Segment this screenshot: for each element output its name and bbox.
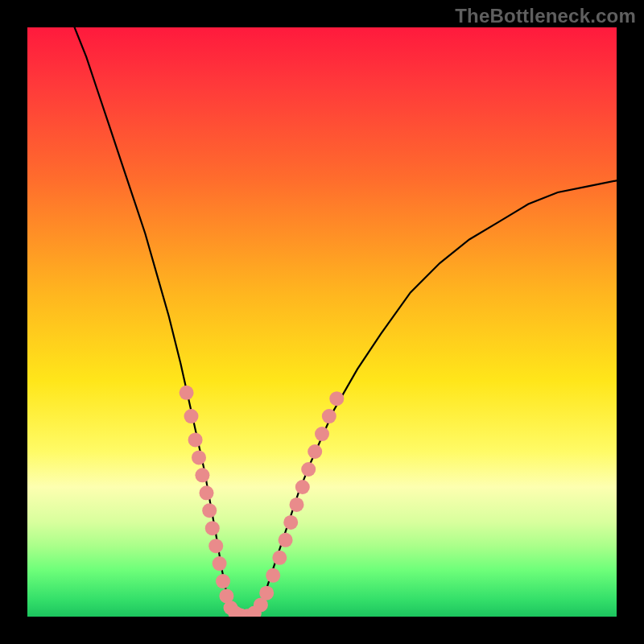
chart-frame: TheBottleneck.com [0,0,644,644]
watermark-label: TheBottleneck.com [455,5,636,27]
highlight-dot [188,432,203,447]
curve-svg [27,27,617,617]
highlight-dot [213,556,227,571]
bottleneck-curve [75,27,617,617]
highlight-dot [315,427,329,441]
highlight-dot [205,521,220,535]
highlight-dot [202,503,217,518]
highlight-dot [308,444,322,459]
highlight-dot [283,515,298,530]
highlight-dot [272,551,287,565]
plot-area [27,27,617,617]
highlight-dot [295,480,310,494]
highlight-dot [259,586,274,601]
highlight-dot [266,568,280,583]
highlight-dots [180,386,345,617]
highlight-dot [192,450,206,464]
highlight-dot [180,386,194,400]
highlight-dot [301,462,316,477]
highlight-dot [279,533,293,547]
highlight-dot [184,409,199,423]
highlight-dot [195,468,209,482]
highlight-dot [208,539,223,553]
highlight-dot [329,391,344,406]
highlight-dot [290,497,304,512]
highlight-dot [322,409,336,423]
highlight-dot [216,574,230,588]
highlight-dot [200,485,214,500]
